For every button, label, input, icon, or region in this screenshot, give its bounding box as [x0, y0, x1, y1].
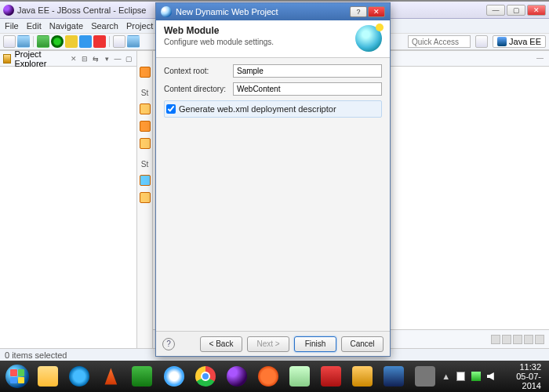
- clock[interactable]: 11:32 05-07-2014: [500, 362, 541, 390]
- taskbar-other[interactable]: [410, 363, 440, 390]
- wizard-icon: [161, 6, 172, 17]
- app-icon: [415, 366, 435, 387]
- dialog-header-title: Web Module: [164, 25, 274, 36]
- view-icon[interactable]: [491, 335, 500, 344]
- view-icon[interactable]: [535, 335, 544, 344]
- collapse-all-icon[interactable]: ⊟: [80, 54, 89, 64]
- perspective-button[interactable]: Java EE: [493, 35, 546, 48]
- status-text: 0 items selected: [5, 350, 67, 360]
- quick-access-input[interactable]: [408, 35, 471, 48]
- project-explorer-body[interactable]: [0, 67, 136, 348]
- content-directory-input[interactable]: [233, 82, 382, 96]
- taskbar-firefox[interactable]: [253, 363, 283, 390]
- context-root-input[interactable]: [233, 64, 382, 78]
- magnifier-icon: [164, 366, 184, 387]
- back-button[interactable]: < Back: [200, 336, 242, 352]
- start-button[interactable]: [3, 363, 31, 390]
- menu-edit[interactable]: Edit: [27, 21, 42, 31]
- tool-icon[interactable]: [113, 35, 125, 48]
- taskbar-pdf[interactable]: [316, 363, 346, 390]
- menu-navigate[interactable]: Navigate: [49, 21, 83, 31]
- context-root-row: Context root:: [164, 64, 382, 78]
- word-icon: [384, 366, 404, 387]
- dialog-title: New Dynamic Web Project: [176, 7, 278, 16]
- finish-button[interactable]: Finish: [294, 336, 336, 352]
- minimize-view-icon[interactable]: —: [113, 54, 122, 64]
- save-icon[interactable]: [17, 35, 30, 48]
- view-menu-icon[interactable]: ▾: [102, 54, 111, 64]
- taskbar-word[interactable]: [379, 363, 409, 390]
- left-panel: Project Explorer ✕ ⊟ ⇆ ▾ — ▢: [0, 51, 137, 348]
- maximize-button[interactable]: ▢: [507, 5, 525, 16]
- menu-search[interactable]: Search: [91, 21, 118, 31]
- taskbar-explorer[interactable]: [33, 363, 63, 390]
- tool-icon[interactable]: [127, 35, 140, 48]
- close-button[interactable]: ✕: [527, 5, 546, 16]
- vlc-icon: [100, 366, 121, 387]
- view-icon[interactable]: [502, 335, 511, 344]
- central-section: St: [141, 89, 148, 97]
- open-perspective-icon[interactable]: [475, 35, 488, 48]
- excel-icon: [132, 366, 152, 387]
- central-section: St: [141, 160, 148, 169]
- dialog-close-button[interactable]: ✕: [368, 6, 385, 17]
- project-explorer-tab[interactable]: Project Explorer ✕ ⊟ ⇆ ▾ — ▢: [0, 51, 136, 67]
- content-directory-label: Content directory:: [164, 85, 228, 93]
- generate-webxml-row[interactable]: Generate web.xml deployment descriptor: [164, 100, 382, 118]
- taskbar-excel[interactable]: [127, 363, 157, 390]
- taskbar-chrome[interactable]: [191, 363, 220, 390]
- stop-icon[interactable]: [93, 35, 106, 48]
- taskbar-eclipse[interactable]: [222, 363, 252, 390]
- project-explorer-label: Project Explorer: [14, 49, 66, 68]
- separator: [33, 36, 34, 47]
- content-directory-row: Content directory:: [164, 82, 382, 96]
- link-editor-icon[interactable]: ⇆: [91, 54, 100, 64]
- taskbar-tomcat[interactable]: [347, 363, 377, 390]
- central-icon[interactable]: [140, 192, 151, 203]
- help-icon[interactable]: ?: [162, 338, 175, 350]
- central-icon[interactable]: [140, 103, 151, 114]
- view-icon[interactable]: [513, 335, 522, 344]
- clock-time: 11:32: [500, 362, 541, 372]
- generate-webxml-label: Generate web.xml deployment descriptor: [179, 104, 336, 114]
- quick-access-area: Java EE: [408, 35, 546, 48]
- close-view-icon[interactable]: ✕: [71, 55, 77, 63]
- central-icon[interactable]: [140, 67, 151, 78]
- view-icon[interactable]: [524, 335, 533, 344]
- eclipse-icon: [227, 366, 247, 387]
- sound-icon[interactable]: [487, 372, 494, 380]
- action-center-icon[interactable]: [456, 372, 465, 381]
- web-module-icon: [355, 25, 382, 52]
- maximize-view-icon[interactable]: ▢: [124, 54, 133, 64]
- menu-file[interactable]: File: [5, 21, 19, 31]
- dialog-help-button[interactable]: ?: [350, 6, 367, 17]
- tool-icon[interactable]: [65, 35, 78, 48]
- menu-project[interactable]: Project: [126, 21, 153, 31]
- dialog-titlebar[interactable]: New Dynamic Web Project ? ✕: [156, 3, 390, 20]
- taskbar-magnifier[interactable]: [158, 363, 188, 390]
- next-button[interactable]: Next >: [247, 336, 289, 352]
- central-icon[interactable]: [140, 175, 151, 186]
- clock-date: 05-07-2014: [500, 372, 541, 390]
- generate-webxml-checkbox[interactable]: [166, 104, 176, 114]
- dialog-footer: ? < Back Next > Finish Cancel: [156, 331, 390, 356]
- run-icon[interactable]: [51, 35, 64, 48]
- jboss-central-strip: St St: [137, 51, 153, 348]
- central-icon[interactable]: [140, 138, 151, 149]
- taskbar-ie[interactable]: [64, 363, 94, 390]
- explorer-icon: [38, 366, 58, 387]
- central-icon[interactable]: [140, 121, 151, 132]
- eclipse-title: Java EE - JBoss Central - Eclipse: [17, 5, 146, 15]
- debug-icon[interactable]: [37, 35, 49, 48]
- ie-icon: [69, 366, 89, 387]
- minimize-view-icon[interactable]: —: [536, 54, 546, 64]
- taskbar-notepad[interactable]: [285, 363, 314, 390]
- system-tray: ▲ 11:32 05-07-2014: [442, 362, 546, 390]
- show-hidden-icon[interactable]: ▲: [442, 372, 450, 381]
- minimize-button[interactable]: —: [486, 5, 505, 16]
- taskbar-vlc[interactable]: [96, 363, 125, 390]
- network-icon[interactable]: [471, 372, 480, 381]
- cancel-button[interactable]: Cancel: [341, 336, 384, 352]
- new-icon[interactable]: [3, 35, 16, 48]
- tool-icon[interactable]: [79, 35, 92, 48]
